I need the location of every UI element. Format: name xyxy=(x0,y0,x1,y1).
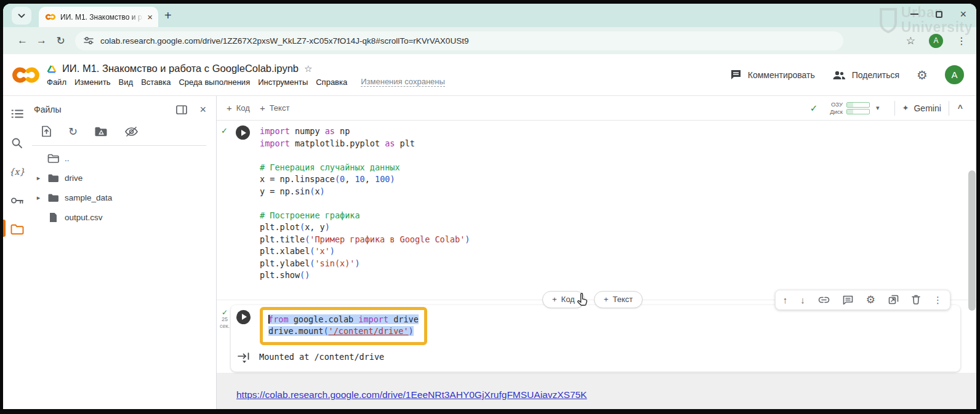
run-cell-button[interactable] xyxy=(236,125,250,140)
run-cell-button[interactable] xyxy=(236,310,251,324)
expand-arrow-icon[interactable]: ▸ xyxy=(34,174,43,182)
code-cell-2[interactable]: ✓ 25 сек. from google.colab import drive… xyxy=(231,305,960,372)
menu-item[interactable]: Файл xyxy=(47,78,66,87)
plus-icon: + xyxy=(604,295,609,304)
move-cell-up-icon[interactable]: ↑ xyxy=(783,295,788,305)
file-tree-item[interactable]: ▸drive xyxy=(31,168,216,188)
add-text-button[interactable]: + Текст xyxy=(260,103,290,113)
menu-item[interactable]: Вид xyxy=(119,78,134,87)
hide-hidden-files-icon[interactable] xyxy=(124,126,139,137)
upload-file-icon[interactable] xyxy=(41,125,52,137)
menu-item[interactable]: Инструменты xyxy=(258,78,308,87)
mount-drive-icon[interactable] xyxy=(94,126,108,137)
insert-cell-zone: + Код + Текст xyxy=(217,282,976,305)
settings-gear-icon[interactable]: ⚙ xyxy=(917,68,928,82)
notebook-scroll-area[interactable]: ✓ import numpy as npimport matplotlib.py… xyxy=(217,121,976,409)
account-avatar[interactable]: A xyxy=(945,65,964,84)
collapse-toolbar-icon[interactable]: ^ xyxy=(958,103,963,113)
files-folder-icon[interactable] xyxy=(10,223,24,236)
delete-cell-icon[interactable] xyxy=(912,295,920,305)
tab-title: ИИ. М1. Знакомство и работа xyxy=(60,13,143,22)
colab-header: ИИ. М1. Знакомство и работа с GoogleCola… xyxy=(3,54,976,95)
file-tree-item[interactable]: output.csv xyxy=(31,207,216,227)
cell-1-code[interactable]: import numpy as npimport matplotlib.pypl… xyxy=(260,125,470,282)
tab-search-button[interactable] xyxy=(12,7,31,25)
plus-icon: + xyxy=(260,103,265,113)
forward-button[interactable]: → xyxy=(32,34,51,47)
window-close-button[interactable]: × xyxy=(960,10,966,18)
output-text: Mounted at /content/drive xyxy=(259,351,384,364)
code-line: from google.colab import drive xyxy=(268,314,419,326)
search-icon[interactable] xyxy=(10,136,24,149)
colab-logo-icon xyxy=(12,64,40,86)
ram-label: ОЗУ xyxy=(831,101,843,108)
browser-menu-icon[interactable]: ⋮ xyxy=(957,35,966,47)
notebook-title[interactable]: ИИ. М1. Знакомство и работа с GoogleCola… xyxy=(62,63,299,74)
add-comment-icon[interactable] xyxy=(843,295,853,305)
minimize-button[interactable] xyxy=(910,14,918,15)
variables-icon[interactable]: {x} xyxy=(10,165,24,178)
site-settings-icon xyxy=(84,36,94,45)
back-button[interactable]: ← xyxy=(13,34,32,47)
refresh-icon[interactable]: ↻ xyxy=(68,126,78,137)
code-cell-1[interactable]: ✓ import numpy as npimport matplotlib.py… xyxy=(217,121,976,282)
secrets-key-icon[interactable] xyxy=(10,194,24,207)
file-tree-item[interactable]: ▸sample_data xyxy=(31,188,216,207)
code-line: # Построение графика xyxy=(260,210,470,222)
menu-item[interactable]: Среда выполнения xyxy=(179,78,250,87)
new-tab-button[interactable]: + xyxy=(164,9,172,22)
url-text: colab.research.google.com/drive/1ZZ67X2p… xyxy=(100,36,468,46)
cell-executed-check-icon: ✓ xyxy=(221,126,228,135)
file-tree-item[interactable]: .. xyxy=(31,148,216,168)
menu-item[interactable]: Справка xyxy=(316,78,347,87)
more-cell-actions-icon[interactable]: ⋮ xyxy=(933,295,942,305)
reload-button[interactable]: ↻ xyxy=(51,34,70,47)
file-tree: ..▸drive▸sample_dataoutput.csv xyxy=(31,148,216,227)
code-line: import numpy as np xyxy=(260,125,470,138)
content-area: {x} xyxy=(3,95,976,409)
drive-icon xyxy=(47,65,57,73)
notebook-link[interactable]: https://colab.research.google.com/drive/… xyxy=(236,389,587,400)
move-cell-down-icon[interactable]: ↓ xyxy=(800,295,805,305)
gemini-button[interactable]: ✦ Gemini xyxy=(902,103,941,113)
save-status[interactable]: Изменения сохранены xyxy=(361,77,445,87)
cell-settings-icon[interactable]: ⚙ xyxy=(866,295,875,305)
people-icon xyxy=(832,70,846,80)
code-line: y = np.sin(x) xyxy=(260,186,470,198)
side-panel-icon[interactable] xyxy=(176,105,187,114)
share-button[interactable]: Поделиться xyxy=(832,70,899,80)
resources-widget[interactable]: ОЗУ Диск xyxy=(830,101,870,115)
browser-tab[interactable]: ИИ. М1. Знакомство и работа × xyxy=(39,7,158,27)
star-notebook-icon[interactable]: ☆ xyxy=(304,63,312,74)
cell-2-code[interactable]: from google.colab import drivedrive.moun… xyxy=(268,314,419,338)
scrollbar-thumb[interactable] xyxy=(968,170,976,311)
plus-icon: + xyxy=(227,103,232,113)
output-stream-icon[interactable] xyxy=(237,351,252,364)
expand-arrow-icon[interactable]: ▸ xyxy=(34,194,43,202)
tab-close-icon[interactable]: × xyxy=(147,12,153,22)
comment-button[interactable]: Комментировать xyxy=(730,70,815,80)
chevron-down-icon xyxy=(18,14,25,18)
add-code-button[interactable]: + Код xyxy=(227,103,250,113)
comment-label: Комментировать xyxy=(748,70,815,80)
code-line: drive.mount('/content/drive') xyxy=(268,325,419,338)
resources-dropdown-icon[interactable]: ▾ xyxy=(876,104,880,112)
ram-meter xyxy=(846,102,870,108)
text-cell-area: https://colab.research.google.com/drive/… xyxy=(217,373,976,410)
browser-avatar[interactable]: A xyxy=(929,34,943,48)
execution-time-unit: сек. xyxy=(220,323,230,330)
copy-link-to-cell-icon[interactable] xyxy=(818,297,830,303)
menu-item[interactable]: Изменить xyxy=(74,78,111,87)
table-of-contents-icon[interactable] xyxy=(10,107,24,121)
restore-button[interactable] xyxy=(936,11,942,18)
menu-item[interactable]: Вставка xyxy=(141,78,171,87)
url-bar[interactable]: colab.research.google.com/drive/1ZZ67X2p… xyxy=(75,31,843,50)
bookmark-star-icon[interactable]: ☆ xyxy=(906,34,915,47)
code-line: x = np.linspace(0, 10, 100) xyxy=(260,173,470,186)
divider xyxy=(949,101,949,116)
mirror-cell-icon[interactable] xyxy=(888,295,899,305)
insert-text-button[interactable]: + Текст xyxy=(594,291,643,308)
code-line xyxy=(260,197,470,210)
close-panel-icon[interactable]: × xyxy=(199,104,206,115)
folder-icon xyxy=(47,193,60,202)
